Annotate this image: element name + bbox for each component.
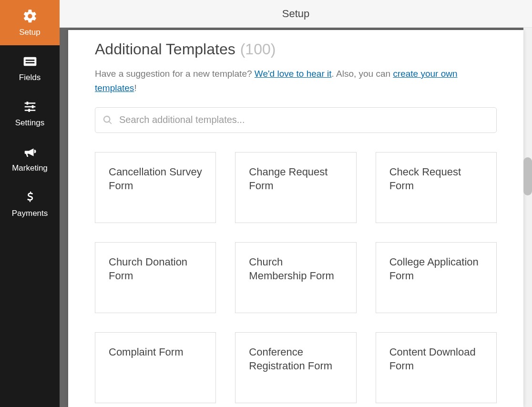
template-card[interactable]: Conference Registration Form	[235, 332, 356, 403]
sidebar: Setup Fields Settings Marketing Payments	[0, 0, 60, 407]
search-input[interactable]	[95, 107, 497, 133]
template-title: Change Request Form	[249, 165, 342, 193]
sidebar-item-marketing[interactable]: Marketing	[0, 136, 60, 181]
templates-panel: Additional Templates (100) Have a sugges…	[68, 30, 523, 407]
template-card[interactable]: Change Request Form	[235, 152, 356, 223]
svg-rect-6	[26, 102, 28, 104]
svg-rect-4	[24, 106, 35, 107]
heading-row: Additional Templates (100)	[95, 41, 497, 58]
panel-wrap: Additional Templates (100) Have a sugges…	[60, 28, 532, 407]
bullhorn-icon	[22, 144, 38, 160]
sidebar-item-payments[interactable]: Payments	[0, 181, 60, 226]
template-title: Complaint Form	[109, 345, 202, 359]
sidebar-item-fields[interactable]: Fields	[0, 45, 60, 91]
template-card[interactable]: Check Request Form	[376, 152, 497, 223]
heading: Additional Templates	[95, 41, 235, 58]
gear-icon	[22, 9, 38, 24]
scrollbar-thumb[interactable]	[523, 157, 532, 195]
suggestion-link[interactable]: We'd love to hear it	[255, 69, 332, 79]
template-title: Check Request Form	[389, 165, 483, 193]
template-card[interactable]: Complaint Form	[95, 332, 216, 403]
sidebar-item-setup[interactable]: Setup	[0, 0, 60, 45]
sidebar-item-label: Fields	[19, 73, 41, 82]
template-title: Content Download Form	[389, 345, 483, 373]
sidebar-item-label: Marketing	[12, 163, 48, 173]
card-icon	[22, 54, 38, 69]
template-card[interactable]: Cancellation Survey Form	[95, 152, 216, 223]
templates-grid: Cancellation Survey Form Change Request …	[95, 152, 497, 403]
intro-part: . Also, you can	[332, 69, 393, 79]
sliders-icon	[22, 99, 38, 114]
svg-rect-2	[25, 62, 34, 63]
sidebar-item-settings[interactable]: Settings	[0, 91, 60, 136]
topbar: Setup	[60, 0, 532, 28]
search-icon	[102, 115, 113, 125]
template-title: College Application Form	[389, 255, 483, 283]
template-count: (100)	[240, 41, 276, 58]
svg-rect-0	[23, 57, 36, 66]
search-wrap	[95, 107, 497, 133]
sidebar-item-label: Payments	[12, 209, 48, 218]
svg-rect-7	[31, 105, 33, 108]
svg-rect-3	[24, 102, 35, 104]
svg-rect-8	[28, 109, 30, 112]
template-title: Conference Registration Form	[249, 345, 342, 373]
sidebar-item-label: Settings	[15, 118, 44, 128]
template-title: Cancellation Survey Form	[109, 165, 202, 193]
main-area: Setup Additional Templates (100) Have a …	[60, 0, 532, 407]
intro-part: !	[134, 83, 136, 93]
template-card[interactable]: Church Donation Form	[95, 242, 216, 313]
template-title: Church Membership Form	[249, 255, 342, 283]
template-card[interactable]: Content Download Form	[376, 332, 497, 403]
sidebar-item-label: Setup	[19, 28, 40, 37]
template-title: Church Donation Form	[109, 255, 202, 283]
svg-rect-1	[25, 60, 34, 61]
template-card[interactable]: Church Membership Form	[235, 242, 356, 313]
intro-part: Have a suggestion for a new template?	[95, 69, 255, 79]
dollar-icon	[22, 190, 38, 205]
page-title: Setup	[282, 8, 310, 20]
intro-text: Have a suggestion for a new template? We…	[95, 67, 497, 96]
template-card[interactable]: College Application Form	[376, 242, 497, 313]
